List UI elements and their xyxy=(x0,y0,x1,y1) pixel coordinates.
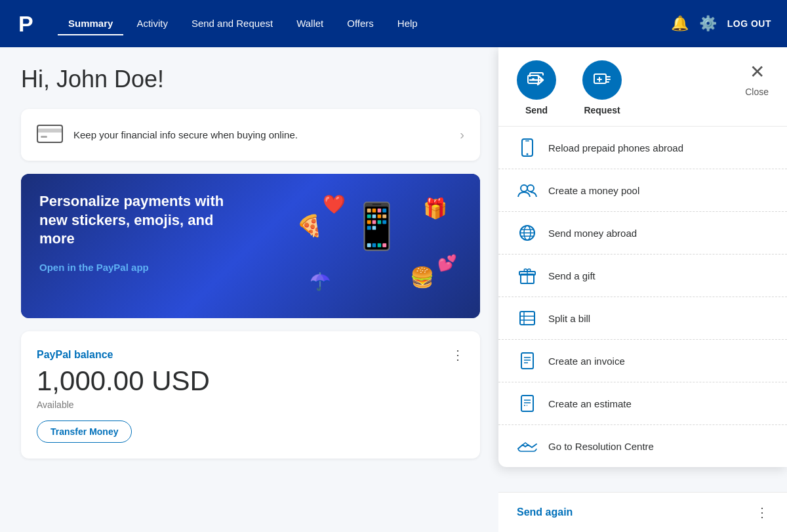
handshake-icon xyxy=(517,436,538,457)
dropdown-actions: Send Request xyxy=(517,60,622,115)
dropdown-item-money-pool[interactable]: Create a money pool xyxy=(498,169,787,212)
svg-point-12 xyxy=(527,185,534,192)
balance-available-text: Available xyxy=(37,399,464,410)
svg-point-6 xyxy=(532,78,535,81)
promo-title: Personalize payments with new stickers, … xyxy=(39,192,249,249)
emoji-sparkle: 💕 xyxy=(437,254,457,272)
emoji-umbrella: ☂️ xyxy=(310,272,331,292)
security-card[interactable]: Keep your financial info secure when buy… xyxy=(21,109,480,161)
balance-menu-icon[interactable]: ⋮ xyxy=(451,347,464,363)
paypal-logo[interactable]: P xyxy=(16,9,45,38)
balance-label: PayPal balance xyxy=(37,349,113,361)
balance-amount: 1,000.00 USD xyxy=(37,365,464,397)
close-button[interactable]: ✕ Close xyxy=(745,63,769,97)
logout-button[interactable]: LOG OUT xyxy=(727,18,771,29)
nav-item-send-request[interactable]: Send and Request xyxy=(181,12,283,35)
svg-rect-9 xyxy=(525,140,529,142)
svg-rect-21 xyxy=(520,312,535,325)
send-gift-text: Send a gift xyxy=(548,270,595,281)
dropdown-item-resolution[interactable]: Go to Resolution Centre xyxy=(498,425,787,467)
dropdown-item-estimate[interactable]: Create an estimate xyxy=(498,382,787,425)
svg-rect-3 xyxy=(37,129,62,133)
notification-icon[interactable]: 🔔 xyxy=(671,15,689,32)
send-request-dropdown: Send Request ✕ Close xyxy=(498,47,787,467)
left-column: Hi, John Doe! Keep your financial info s… xyxy=(21,66,480,514)
send-label: Send xyxy=(525,105,548,115)
request-label: Request xyxy=(584,105,620,115)
emoji-gift: 🎁 xyxy=(423,197,447,220)
main-content: Hi, John Doe! Keep your financial info s… xyxy=(0,47,787,532)
dropdown-item-send-abroad[interactable]: Send money abroad xyxy=(498,212,787,255)
dropdown-item-invoice[interactable]: Create an invoice xyxy=(498,340,787,382)
send-again-menu-icon[interactable]: ⋮ xyxy=(756,504,769,520)
request-icon xyxy=(582,60,622,100)
transfer-money-button[interactable]: Transfer Money xyxy=(37,420,132,443)
nav-item-help[interactable]: Help xyxy=(387,12,428,35)
header-right: 🔔 ⚙️ LOG OUT xyxy=(671,15,771,32)
emoji-phone: 📱 xyxy=(349,200,405,253)
emoji-burger: 🍔 xyxy=(410,266,434,289)
invoice-text: Create an invoice xyxy=(548,356,625,367)
security-card-arrow-icon: › xyxy=(460,127,464,142)
nav-item-summary[interactable]: Summary xyxy=(58,12,123,35)
svg-point-11 xyxy=(521,185,527,192)
reload-prepaid-text: Reload prepaid phones abroad xyxy=(548,142,683,153)
send-again-label[interactable]: Send again xyxy=(517,506,573,518)
split-bill-text: Split a bill xyxy=(548,313,590,324)
group-icon xyxy=(517,180,538,201)
balance-header: PayPal balance ⋮ xyxy=(37,347,464,363)
svg-rect-4 xyxy=(41,136,47,138)
settings-icon[interactable]: ⚙️ xyxy=(699,15,717,32)
svg-rect-2 xyxy=(37,125,62,142)
main-nav: Summary Activity Send and Request Wallet… xyxy=(58,12,671,35)
promo-emojis: ❤️ 🍕 📱 🎁 ☂️ 🍔 💕 xyxy=(283,187,467,305)
close-x-icon: ✕ xyxy=(750,63,765,81)
dropdown-list: Reload prepaid phones abroad Create a mo… xyxy=(498,126,787,467)
split-icon xyxy=(517,308,538,329)
gift-icon xyxy=(517,265,538,286)
promo-link[interactable]: Open in the PayPal app xyxy=(39,262,149,273)
resolution-text: Go to Resolution Centre xyxy=(548,441,654,452)
send-again-bar: Send again ⋮ xyxy=(498,492,787,532)
emoji-pizza: 🍕 xyxy=(296,213,323,238)
svg-rect-29 xyxy=(521,396,533,411)
estimate-icon xyxy=(517,393,538,414)
security-card-text: Keep your financial info secure when buy… xyxy=(73,129,449,140)
svg-rect-25 xyxy=(521,353,533,369)
invoice-icon xyxy=(517,350,538,371)
estimate-text: Create an estimate xyxy=(548,398,632,409)
dropdown-item-send-gift[interactable]: Send a gift xyxy=(498,255,787,297)
globe-icon xyxy=(517,222,538,243)
emoji-heart: ❤️ xyxy=(323,194,346,215)
svg-text:P: P xyxy=(18,11,33,36)
send-abroad-text: Send money abroad xyxy=(548,228,637,239)
dropdown-header: Send Request ✕ Close xyxy=(498,47,787,126)
nav-item-offers[interactable]: Offers xyxy=(336,12,384,35)
send-icon xyxy=(517,60,556,100)
request-action[interactable]: Request xyxy=(582,60,622,115)
promo-card: Personalize payments with new stickers, … xyxy=(21,174,480,318)
nav-item-activity[interactable]: Activity xyxy=(126,12,178,35)
header: P Summary Activity Send and Request Wall… xyxy=(0,0,787,47)
balance-card: PayPal balance ⋮ 1,000.00 USD Available … xyxy=(21,331,480,459)
nav-item-wallet[interactable]: Wallet xyxy=(286,12,334,35)
greeting-text: Hi, John Doe! xyxy=(21,66,480,93)
close-label: Close xyxy=(745,87,769,97)
security-card-icon xyxy=(37,122,63,148)
money-pool-text: Create a money pool xyxy=(548,185,639,196)
dropdown-item-reload[interactable]: Reload prepaid phones abroad xyxy=(498,127,787,169)
dropdown-item-split-bill[interactable]: Split a bill xyxy=(498,297,787,340)
svg-point-10 xyxy=(527,153,529,155)
send-action[interactable]: Send xyxy=(517,60,556,115)
phone-icon xyxy=(517,137,538,158)
